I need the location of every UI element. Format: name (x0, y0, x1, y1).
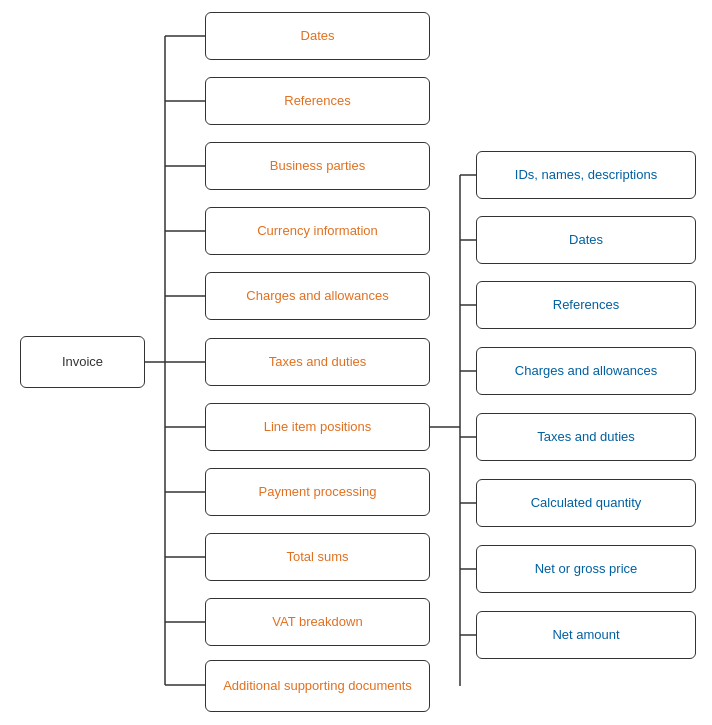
node-business-parties: Business parties (205, 142, 430, 190)
node-net-amount: Net amount (476, 611, 696, 659)
node-charges-allowances-right: Charges and allowances (476, 347, 696, 395)
node-references: References (205, 77, 430, 125)
node-charges-allowances: Charges and allowances (205, 272, 430, 320)
node-currency-information: Currency information (205, 207, 430, 255)
node-references-right: References (476, 281, 696, 329)
node-dates-right: Dates (476, 216, 696, 264)
node-vat-breakdown: VAT breakdown (205, 598, 430, 646)
node-ids-names-descriptions: IDs, names, descriptions (476, 151, 696, 199)
node-net-gross-price: Net or gross price (476, 545, 696, 593)
node-taxes-duties-right: Taxes and duties (476, 413, 696, 461)
node-calculated-quantity: Calculated quantity (476, 479, 696, 527)
diagram: Invoice Dates References Business partie… (0, 0, 712, 725)
node-additional-supporting: Additional supporting documents (205, 660, 430, 712)
node-taxes-duties: Taxes and duties (205, 338, 430, 386)
node-total-sums: Total sums (205, 533, 430, 581)
node-payment-processing: Payment processing (205, 468, 430, 516)
invoice-node: Invoice (20, 336, 145, 388)
node-dates: Dates (205, 12, 430, 60)
node-line-item-positions: Line item positions (205, 403, 430, 451)
